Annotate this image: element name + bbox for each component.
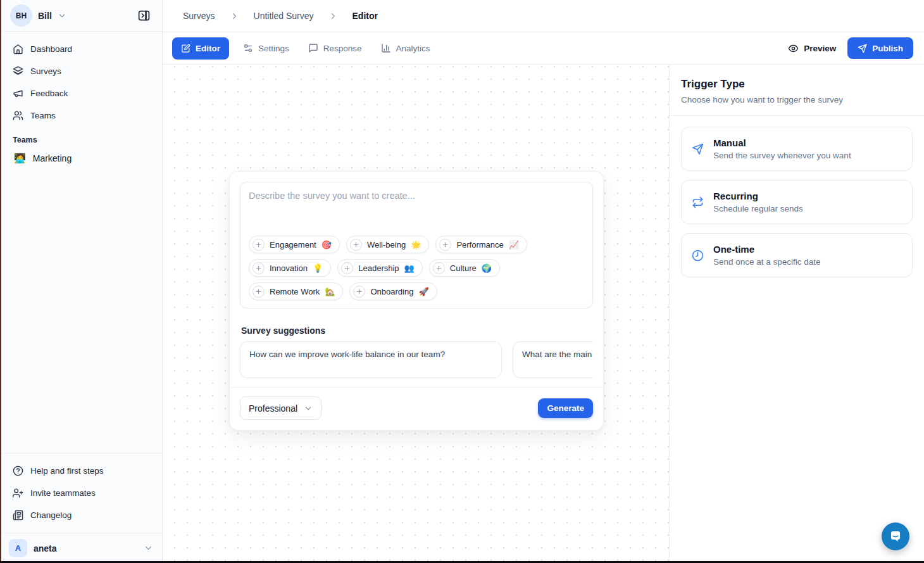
chip-emoji: 📈	[509, 240, 519, 250]
topic-chip-innovation[interactable]: Innovation 💡	[249, 259, 331, 277]
editor-canvas[interactable]: Engagement 🎯 Well-being 🌟 Performance	[163, 65, 669, 563]
chip-emoji: 🚀	[418, 287, 428, 296]
sidebar-item-dashboard[interactable]: Dashboard	[8, 39, 154, 59]
team-emoji: 🧑‍💻	[14, 153, 26, 164]
tab-analytics[interactable]: Analytics	[376, 37, 435, 60]
generate-button[interactable]: Generate	[538, 398, 593, 418]
topic-chip-onboarding[interactable]: Onboarding 🚀	[349, 282, 437, 300]
chevron-right-icon	[230, 11, 239, 21]
chevron-down-icon	[144, 543, 153, 553]
tab-label: Editor	[196, 44, 220, 53]
sidebar-item-feedback[interactable]: Feedback	[8, 84, 154, 103]
chevron-down-icon	[58, 11, 66, 20]
chevron-down-icon	[304, 404, 313, 413]
chip-emoji: 🌟	[411, 240, 421, 250]
chip-label: Well-being	[367, 240, 406, 250]
trigger-option-title: Recurring	[713, 191, 803, 201]
trigger-option-one-time[interactable]: One-time Send once at a specific date	[681, 233, 913, 277]
suggestions-row: How can we improve work-life balance in …	[240, 341, 593, 378]
sidebar-item-label: Dashboard	[30, 44, 72, 54]
topic-chip-engagement[interactable]: Engagement 🎯	[249, 236, 340, 253]
chip-emoji: 💡	[313, 263, 323, 273]
topic-chip-leadership[interactable]: Leadership 👥	[337, 259, 423, 277]
workspace-switcher[interactable]: BH Bill	[0, 0, 162, 32]
tab-response[interactable]: Response	[303, 37, 367, 60]
topic-chip-remote-work[interactable]: Remote Work 🏡	[249, 282, 343, 300]
sidebar-nav: Dashboard Surveys Feedback Teams	[0, 32, 162, 125]
plus-icon	[253, 262, 265, 274]
user-name: aneta	[34, 543, 57, 554]
sidebar: BH Bill Dashboard Surveys	[0, 0, 163, 563]
sidebar-item-surveys[interactable]: Surveys	[8, 61, 154, 81]
trigger-option-title: Manual	[713, 137, 851, 148]
chip-label: Culture	[450, 263, 477, 273]
breadcrumb: Surveys Untitled Survey Editor	[163, 0, 924, 32]
chip-label: Engagement	[270, 240, 316, 250]
trigger-option-recurring[interactable]: Recurring Schedule regular sends	[681, 180, 913, 224]
bar-chart-icon	[381, 43, 391, 53]
topic-chip-well-being[interactable]: Well-being 🌟	[346, 236, 429, 253]
sidebar-item-teams[interactable]: Teams	[8, 106, 154, 125]
user-plus-icon	[13, 488, 23, 498]
home-icon	[13, 44, 23, 54]
chip-label: Remote Work	[270, 287, 320, 296]
repeat-icon	[690, 196, 704, 208]
plus-icon	[341, 262, 353, 274]
trigger-option-description: Schedule regular sends	[713, 204, 803, 213]
breadcrumb-editor: Editor	[353, 11, 378, 21]
survey-description-input[interactable]	[249, 191, 584, 236]
trigger-panel: Trigger Type Choose how you want to trig…	[669, 65, 924, 563]
plus-icon	[253, 286, 265, 298]
sidebar-item-help[interactable]: Help and first steps	[8, 461, 154, 481]
chip-emoji: 🌍	[482, 263, 492, 273]
chip-label: Leadership	[358, 263, 399, 273]
preview-button[interactable]: Preview	[788, 43, 836, 54]
eye-icon	[788, 43, 799, 54]
sidebar-footer: Help and first steps Invite teammates Ch…	[0, 453, 162, 533]
preview-label: Preview	[804, 44, 836, 53]
publish-label: Publish	[872, 44, 903, 53]
suggestions-title: Survey suggestions	[240, 326, 593, 336]
chat-widget-button[interactable]	[882, 522, 909, 550]
topic-chips: Engagement 🎯 Well-being 🌟 Performance	[249, 236, 584, 300]
app-window: BH Bill Dashboard Surveys	[0, 0, 924, 563]
send-icon	[858, 44, 867, 53]
panel-collapse-icon	[137, 9, 151, 22]
sidebar-item-label: Invite teammates	[30, 488, 96, 498]
plus-icon	[350, 239, 362, 251]
collapse-sidebar-button[interactable]	[134, 6, 153, 25]
tone-select[interactable]: Professional	[240, 396, 322, 420]
send-icon	[690, 143, 704, 155]
clock-icon	[690, 250, 704, 262]
topic-chip-culture[interactable]: Culture 🌍	[429, 259, 500, 277]
trigger-option-title: One-time	[713, 244, 821, 255]
chip-label: Onboarding	[370, 287, 413, 296]
edit-icon	[181, 44, 190, 53]
survey-composer-card: Engagement 🎯 Well-being 🌟 Performance	[229, 171, 604, 431]
prompt-box: Engagement 🎯 Well-being 🌟 Performance	[240, 182, 593, 308]
plus-icon	[439, 239, 451, 251]
tab-settings[interactable]: Settings	[238, 37, 294, 60]
main-area: Surveys Untitled Survey Editor Editor Se…	[163, 0, 924, 563]
tab-editor[interactable]: Editor	[172, 37, 229, 60]
plus-icon	[253, 239, 265, 251]
team-label: Marketing	[33, 153, 72, 163]
sidebar-item-changelog[interactable]: Changelog	[8, 505, 154, 525]
chip-emoji: 🎯	[322, 240, 332, 250]
topic-chip-performance[interactable]: Performance 📈	[435, 236, 527, 253]
composer-footer: Professional Generate	[240, 388, 593, 420]
suggestion-card[interactable]: What are the main ob	[513, 341, 593, 378]
suggestion-card[interactable]: How can we improve work-life balance in …	[240, 341, 502, 378]
sidebar-item-invite[interactable]: Invite teammates	[8, 483, 154, 503]
trigger-option-manual[interactable]: Manual Send the survey whenever you want	[681, 127, 913, 171]
publish-button[interactable]: Publish	[847, 37, 913, 59]
user-menu[interactable]: A aneta	[0, 533, 162, 563]
help-circle-icon	[13, 465, 23, 476]
user-avatar: A	[9, 539, 27, 557]
sidebar-item-label: Surveys	[30, 66, 61, 76]
workspace-name: Bill	[38, 11, 52, 21]
sidebar-item-marketing[interactable]: 🧑‍💻 Marketing	[8, 148, 154, 168]
sidebar-section-teams-label: Teams	[0, 125, 162, 147]
breadcrumb-untitled-survey[interactable]: Untitled Survey	[254, 11, 314, 21]
breadcrumb-surveys[interactable]: Surveys	[183, 11, 215, 21]
